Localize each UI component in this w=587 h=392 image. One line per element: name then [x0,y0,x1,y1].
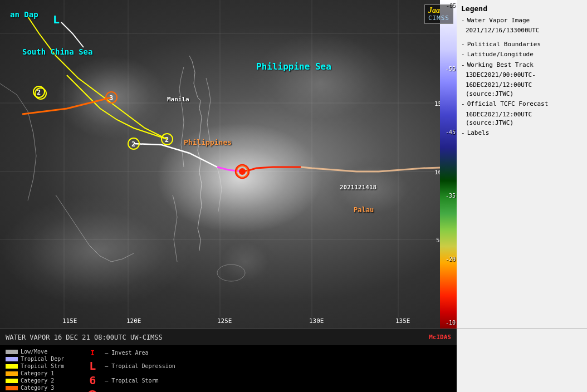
track-color-legend: Low/Move Tropical Depr Tropical Strm Cat… [6,349,64,389]
swatch-cat2 [6,379,18,383]
invest-icon: I [86,349,99,357]
label-invest: – Invest Area [101,350,148,356]
label-ts-icon: – Tropical Storm [101,378,158,384]
temp-label-35: -35 [441,193,456,199]
legend-cat3: Category 3 [6,385,64,391]
ts-icon: 6 [86,375,99,386]
map-area: 115E 120E 125E 130E 135E 15 N 10 N 5 N [0,0,457,329]
legend-title: Legend [461,4,583,13]
legend-item-ll: - Latitude/Longitude [461,50,583,58]
legend-item-tcfc-date: 16DEC2021/12:00UTC (source:JTWC) [461,110,583,128]
legend-item-ts: 2021/12/16/133000UTC [461,26,583,35]
legend-item-wv: - Water Vapor Image [461,16,583,24]
legend-ts: Tropical Strm [6,363,64,369]
swatch-cat1 [6,371,18,376]
label-td-icon: – Tropical Depression [101,363,175,369]
legend-low: Low/Move [6,349,64,355]
right-bottom-panel [457,329,587,392]
legend-ts-icon: 6 – Tropical Storm [86,375,175,386]
label-ts: Tropical Strm [21,363,64,369]
temp-label-10: -10 [441,320,456,326]
temperature-scale: -65 -55 -45 -35 -20 -10 [440,0,457,329]
legend-td-icon: L – Tropical Depression [86,360,175,371]
td-icon: L [86,360,99,371]
legend-td: Tropical Depr [6,356,64,362]
temp-label-55: -55 [441,66,456,72]
label-cat2: Category 2 [21,378,54,384]
status-bar: WATER VAPOR 16 DEC 21 08:00UTC UW-CIMSS … [0,329,457,345]
temp-label-20: -20 [441,257,456,262]
legend-cat2: Category 2 [6,378,64,384]
legend-item-wbt: - Working Best Track [461,61,583,69]
status-text: WATER VAPOR 16 DEC 21 08:00UTC UW-CIMSS [6,334,163,341]
legend-panel: Legend - Water Vapor Image 2021/12/16/13… [457,0,587,329]
label-cat1: Category 1 [21,370,54,376]
legend-cat1: Category 1 [6,370,64,376]
bottom-legend: Low/Move Tropical Depr Tropical Strm Cat… [0,345,457,392]
logo-bottom-text: CIMSS [428,14,449,22]
legend-item-wbt-date1: 13DEC2021/00:00UTC- [461,71,583,79]
legend-invest: I – Invest Area [86,349,175,357]
swatch-td [6,357,18,361]
legend-item-labels: - Labels [461,129,583,137]
cimss-logo: Jaa CIMSS [424,4,453,24]
swatch-ts [6,364,18,369]
legend-item-wbt-date2: 16DEC2021/12:00UTC (source:JTWC) [461,81,583,98]
swatch-cat3 [6,386,18,390]
temp-label-45: -45 [441,130,456,135]
swatch-low [6,350,18,354]
legend-hurricane-icon: – Hurricane/Typhoon [86,389,175,392]
icon-legend: I – Invest Area L – Tropical Depression … [86,349,175,389]
label-cat3: Category 3 [21,385,54,391]
legend-item-tcfc: - Official TCFC Forecast [461,100,583,108]
legend-item-pb: - Political Boundaries [461,40,583,48]
label-td: Tropical Depr [21,356,64,362]
mcidas-label: McIDAS [429,334,451,341]
hurricane-icon [86,389,99,392]
logo-top-text: Jaa [428,7,449,14]
label-low: Low/Move [21,349,47,355]
